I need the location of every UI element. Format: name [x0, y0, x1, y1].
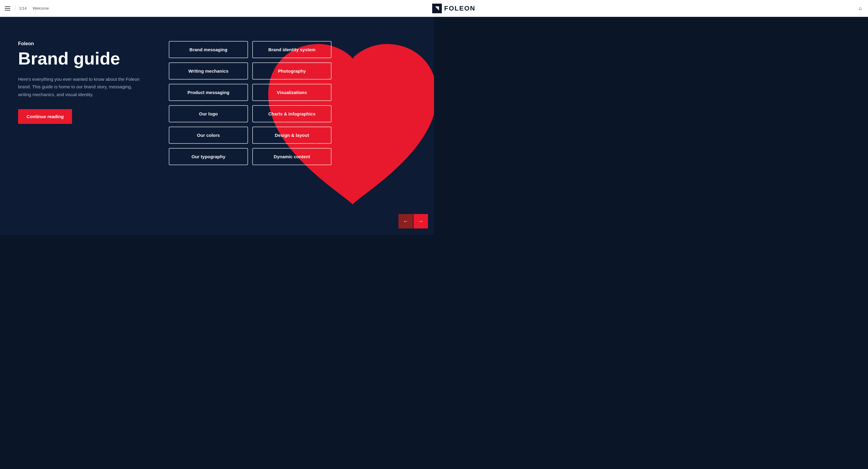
nav-btn-visualizations[interactable]: Visualizations	[252, 84, 332, 101]
page-indicator: 1/14	[15, 6, 27, 10]
left-content: Foleon Brand guide Here's everything you…	[18, 41, 145, 124]
nav-btn-our-typography[interactable]: Our typography	[169, 148, 248, 165]
main-content: Foleon Brand guide Here's everything you…	[0, 17, 434, 234]
nav-btn-brand-messaging[interactable]: Brand messaging	[169, 41, 248, 58]
nav-btn-writing-mechanics[interactable]: Writing mechanics	[169, 62, 248, 80]
nav-btn-dynamic-content[interactable]: Dynamic content	[252, 148, 332, 165]
nav-btn-photography[interactable]: Photography	[252, 62, 332, 80]
menu-icon[interactable]	[5, 6, 10, 10]
logo: FOLEON	[432, 4, 434, 13]
prev-icon: ←	[403, 218, 408, 224]
brand-label: Foleon	[18, 41, 145, 46]
header-left: 1/14 Welcome	[0, 6, 49, 10]
nav-btn-our-logo[interactable]: Our logo	[169, 105, 248, 122]
nav-btn-brand-identity[interactable]: Brand identity system	[252, 41, 332, 58]
navigation-grid: Brand messaging Brand identity system Wr…	[169, 41, 332, 165]
logo-icon	[432, 4, 434, 13]
nav-btn-product-messaging[interactable]: Product messaging	[169, 84, 248, 101]
next-icon: →	[418, 218, 424, 224]
header-center: FOLEON	[49, 4, 434, 13]
nav-btn-design-layout[interactable]: Design & layout	[252, 127, 332, 144]
continue-reading-button[interactable]: Continue reading	[18, 109, 72, 124]
brand-description: Here's everything you ever wanted to kno…	[18, 75, 145, 99]
page-label: Welcome	[33, 6, 49, 10]
navigation-arrows: ← →	[398, 214, 428, 228]
nav-btn-our-colors[interactable]: Our colors	[169, 127, 248, 144]
prev-arrow[interactable]: ←	[398, 214, 413, 228]
next-arrow[interactable]: →	[413, 214, 428, 228]
brand-title: Brand guide	[18, 49, 145, 68]
header: 1/14 Welcome FOLEON ⌕	[0, 0, 434, 17]
nav-btn-charts[interactable]: Charts & infographics	[252, 105, 332, 122]
